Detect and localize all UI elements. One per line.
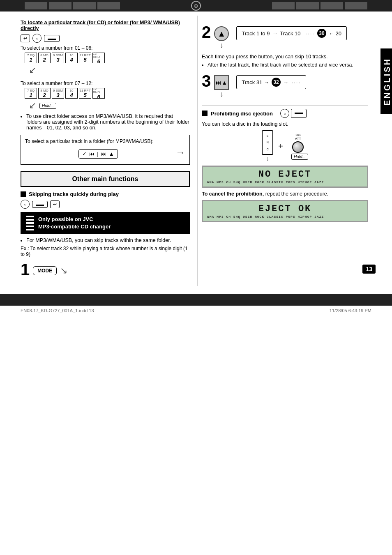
right-col-inner: ENGLISH 2 ▲ ↓ (202, 24, 385, 222)
knob-with-label: ⊕/1ATT Hold... (288, 133, 308, 160)
page-number: 13 (362, 265, 376, 274)
step1-arrow: ↘ (60, 265, 67, 276)
step3-icon-row: ⏭▲ ↓ Track 31 → 32 → ···· (214, 75, 306, 99)
skip-section-title: Skipping tracks quickly during play (21, 191, 190, 197)
top-bar-block-2 (49, 2, 71, 9)
key-6b[interactable]: 12 RND 6 (92, 88, 105, 99)
track-10: Track 10 (280, 30, 300, 37)
mode-button[interactable]: MODE (33, 266, 57, 275)
step2-bullets: After the last track, the first track wi… (208, 62, 368, 68)
cancel-bold: To cancel the prohibition, (202, 191, 264, 197)
nav-check-icon[interactable]: ✓ (81, 151, 88, 157)
locate-title: To locate a particular track (for CD) or… (21, 20, 190, 31)
key-6[interactable]: 12 RND 6 (92, 53, 105, 63)
track-circle-32: 32 (272, 78, 281, 87)
step3-btn-arrow: ↓ (214, 90, 229, 99)
step1-content: MODE ↘ (33, 265, 67, 276)
top-bar-block-8 (345, 2, 367, 9)
key-3[interactable]: 9 SSM 3 (52, 53, 64, 63)
step2-number: 2 (202, 24, 211, 40)
prohibit-buttons: ○ ▬▬ (280, 109, 307, 118)
nav-prev-icon[interactable]: ⏮ (88, 151, 95, 157)
lcd2-text: EJECT OK (207, 204, 363, 214)
key-2[interactable]: 8 MO 2 (38, 53, 51, 63)
lcd2-bottom: WMA MP3 CH SHQ USER ROCK CLASSIC POPS HI… (207, 215, 363, 219)
key-4[interactable]: 10 4 (65, 53, 78, 63)
snc-arrow-down: ↓ (262, 155, 273, 162)
select-01-06-label: To select a number from 01 – 06: (21, 45, 190, 51)
skip-oval-btn[interactable]: ○ (21, 200, 30, 209)
hold-label2: Hold... (291, 154, 308, 160)
step1-number: 1 (21, 261, 30, 278)
key-5[interactable]: 11 RPT 5 (79, 53, 91, 63)
round-button[interactable]: ○ (32, 34, 42, 43)
back-button[interactable]: ↩ (21, 35, 30, 42)
key-1b[interactable]: 7 EQ 1 (25, 88, 37, 99)
top-bar-block-3 (73, 2, 96, 9)
top-bar-block-6 (296, 2, 319, 9)
arrow-right-1: → (272, 30, 277, 37)
dotted-line-3: → ···· (283, 79, 301, 85)
step2-up-btn[interactable]: ▲ (214, 26, 229, 41)
lock-btn-container: SNC ↓ (262, 130, 273, 162)
jvc-only-text: Only possible on JVC MP3-compatible CD c… (38, 216, 111, 230)
ex-text: Ex.: To select track 32 while playing a … (21, 246, 190, 257)
nav-next-icon[interactable]: ⏭ (100, 151, 107, 157)
track-display-2: Track 1 to 9 → Track 10 ···· 30 ← 20 (236, 26, 347, 40)
bullet-list-1: To use direct folder access on MP3/WMA/U… (26, 113, 190, 131)
num-keys-row2-container: 7 EQ 1 8 MO 2 9 SSM 3 10 4 (21, 88, 190, 111)
step3-btn-container: ⏭▲ ↓ (214, 75, 229, 99)
step3-number: 3 (202, 73, 211, 89)
cancel-desc: repeat the same procedure. (265, 191, 329, 197)
step3-section: 3 ⏭▲ ↓ Track 31 → (202, 73, 368, 99)
bullet-item-1: To use direct folder access on MP3/WMA/U… (26, 113, 190, 131)
lcd1-text: NO EJECT (207, 169, 363, 180)
track-circle-30: 30 (317, 29, 326, 38)
top-bar-block-7 (321, 2, 343, 9)
main-content: To locate a particular track (for CD) or… (0, 12, 392, 286)
top-bar-left (25, 2, 120, 9)
hold-label: Hold... (39, 103, 56, 109)
right-column: ENGLISH 2 ▲ ↓ (197, 16, 392, 286)
track-31-label: Track 31 → (242, 79, 269, 85)
step3-content: ⏭▲ ↓ Track 31 → 32 → ···· (214, 75, 306, 99)
step2-btn-container: ▲ ↓ (214, 26, 229, 50)
cancel-text: To cancel the prohibition, repeat the sa… (202, 191, 368, 197)
key-2b[interactable]: 8 MO 2 (38, 88, 51, 99)
knob-container: ⊕/1ATT Hold... (288, 133, 308, 160)
jvc-only-box: Only possible on JVC MP3-compatible CD c… (21, 212, 190, 234)
skip-buttons-row: ○ ▬▬ ↩ (21, 200, 190, 209)
key-1[interactable]: 7 EQ 1 (25, 53, 37, 63)
num-keys-row2: 7 EQ 1 8 MO 2 9 SSM 3 10 4 (25, 88, 190, 99)
lock-illustration-row: SNC ↓ + ⊕/1ATT Hold... (202, 130, 368, 162)
bullet-mp3: For MP3/WMA/USB, you can skip tracks wit… (26, 237, 190, 243)
prohibit-rect-btn[interactable]: ▬▬ (291, 109, 307, 118)
info-box-text: To select a particular track in a folder… (25, 138, 185, 144)
key-5b[interactable]: 11 RPT 5 (79, 88, 91, 99)
prohibit-oval-btn[interactable]: ○ (280, 109, 289, 118)
lcd-display-2: EJECT OK WMA MP3 CH SHQ USER ROCK CLASSI… (202, 200, 368, 222)
key-3b[interactable]: 9 SSM 3 (52, 88, 64, 99)
page: ⊕ To locate a particular track (for CD) … (0, 0, 392, 555)
prohibit-desc: You can lock a disc in the loading slot. (202, 121, 368, 127)
lcd-display-1: NO EJECT WMA MP3 CH SHQ USER ROCK CLASSI… (202, 166, 368, 188)
nav-up-icon[interactable]: ▲ (108, 151, 115, 157)
num-keys-row1-container: 7 EQ 1 8 MO 2 9 SSM 3 10 4 (21, 53, 190, 76)
skip-title-text: Skipping tracks quickly during play (29, 191, 119, 197)
prohibit-header: Prohibiting disc ejection ○ ▬▬ (202, 109, 368, 118)
skip-rect-btn[interactable]: ▬▬ (32, 201, 48, 208)
step2-content: ▲ ↓ Track 1 to 9 → Track 10 ···· 30 (214, 26, 347, 50)
arrow-left-20: ← 20 (329, 30, 341, 37)
rect-button[interactable]: ▬▬ (44, 35, 60, 42)
att-knob[interactable] (292, 141, 304, 153)
step2-icon-row: ▲ ↓ Track 1 to 9 → Track 10 ···· 30 (214, 26, 347, 50)
pointer-down-2: ↙ (29, 100, 36, 111)
step2-btn-arrow: ↓ (214, 41, 229, 50)
select-07-12-label: To select a number from 07 – 12: (21, 81, 190, 86)
key-4b[interactable]: 10 4 (65, 88, 78, 99)
step3-nav-btn[interactable]: ⏭▲ (214, 75, 229, 90)
other-main-box: Other main functions (21, 171, 190, 187)
top-bar-block-1 (25, 2, 47, 9)
skip-back-btn[interactable]: ↩ (50, 200, 60, 208)
snc-button[interactable]: SNC (262, 130, 273, 155)
